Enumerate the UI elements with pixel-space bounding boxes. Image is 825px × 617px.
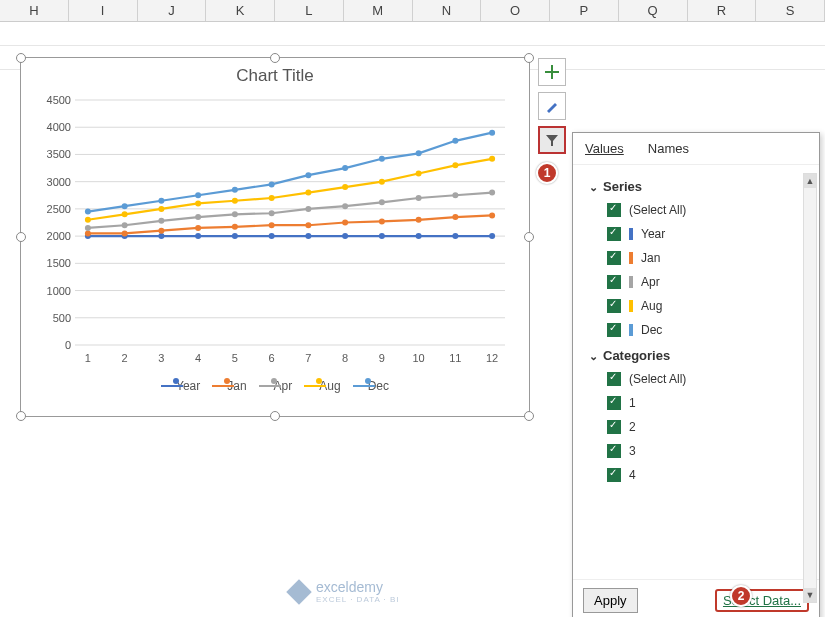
series-select-all[interactable]: (Select All) [589, 198, 809, 222]
chart-side-buttons [538, 58, 566, 154]
svg-point-89 [416, 150, 422, 156]
legend-item[interactable]: Jan [212, 379, 246, 393]
svg-point-55 [489, 212, 495, 218]
chart-filters-button[interactable] [538, 126, 566, 154]
resize-handle[interactable] [524, 232, 534, 242]
column-header[interactable]: J [138, 0, 207, 21]
svg-point-35 [195, 233, 201, 239]
chart-elements-button[interactable] [538, 58, 566, 86]
chart-plot-area[interactable]: 0500100015002000250030003500400045001234… [35, 90, 515, 370]
series-group-header[interactable]: ⌄Series [589, 173, 809, 198]
watermark: exceldemy EXCEL · DATA · BI [290, 579, 400, 604]
svg-point-90 [452, 138, 458, 144]
series-item[interactable]: Year [589, 222, 809, 246]
svg-point-41 [416, 233, 422, 239]
column-header[interactable]: M [344, 0, 413, 21]
resize-handle[interactable] [524, 53, 534, 63]
svg-point-59 [195, 214, 201, 220]
category-item[interactable]: 1 [589, 391, 809, 415]
svg-text:500: 500 [53, 312, 71, 324]
svg-point-68 [85, 217, 91, 223]
legend-item[interactable]: Dec [353, 379, 389, 393]
column-header[interactable]: N [413, 0, 482, 21]
column-header[interactable]: H [0, 0, 69, 21]
svg-text:11: 11 [449, 352, 461, 364]
svg-text:4500: 4500 [47, 94, 71, 106]
svg-point-64 [379, 199, 385, 205]
select-data-link[interactable]: Select Data... [715, 589, 809, 612]
scroll-down-icon[interactable]: ▼ [804, 588, 816, 602]
tab-values[interactable]: Values [585, 141, 624, 156]
svg-point-71 [195, 200, 201, 206]
categories-group-header[interactable]: ⌄Categories [589, 342, 809, 367]
column-header[interactable]: I [69, 0, 138, 21]
resize-handle[interactable] [270, 411, 280, 421]
column-header[interactable]: L [275, 0, 344, 21]
resize-handle[interactable] [270, 53, 280, 63]
column-header[interactable]: Q [619, 0, 688, 21]
category-item[interactable]: 3 [589, 439, 809, 463]
svg-point-39 [342, 233, 348, 239]
svg-point-73 [269, 195, 275, 201]
checkbox-icon [607, 299, 621, 313]
column-header[interactable]: O [481, 0, 550, 21]
checkbox-icon [607, 420, 621, 434]
chart-object[interactable]: Chart Title 0500100015002000250030003500… [20, 57, 530, 417]
column-header[interactable]: S [756, 0, 825, 21]
svg-point-91 [489, 130, 495, 136]
svg-point-49 [269, 222, 275, 228]
series-item[interactable]: Dec [589, 318, 809, 342]
callout-1: 1 [536, 162, 558, 184]
chart-legend[interactable]: YearJanAprAugDec [21, 370, 529, 399]
column-header[interactable]: K [206, 0, 275, 21]
svg-point-76 [379, 179, 385, 185]
column-header[interactable]: R [688, 0, 757, 21]
svg-point-57 [122, 222, 128, 228]
checkbox-icon [607, 323, 621, 337]
svg-text:2500: 2500 [47, 203, 71, 215]
color-swatch [629, 324, 633, 336]
svg-point-66 [452, 192, 458, 198]
column-header[interactable]: P [550, 0, 619, 21]
svg-text:12: 12 [486, 352, 498, 364]
svg-point-70 [158, 206, 164, 212]
svg-point-54 [452, 214, 458, 220]
svg-text:1500: 1500 [47, 257, 71, 269]
svg-text:1000: 1000 [47, 285, 71, 297]
svg-text:9: 9 [379, 352, 385, 364]
svg-point-87 [342, 165, 348, 171]
apply-button[interactable]: Apply [583, 588, 638, 613]
svg-point-36 [232, 233, 238, 239]
svg-point-45 [122, 230, 128, 236]
resize-handle[interactable] [16, 232, 26, 242]
svg-text:0: 0 [65, 339, 71, 351]
color-swatch [629, 252, 633, 264]
categories-select-all[interactable]: (Select All) [589, 367, 809, 391]
category-item[interactable]: 4 [589, 463, 809, 487]
svg-point-40 [379, 233, 385, 239]
chart-styles-button[interactable] [538, 92, 566, 120]
legend-item[interactable]: Year [161, 379, 200, 393]
legend-item[interactable]: Aug [304, 379, 340, 393]
series-item[interactable]: Aug [589, 294, 809, 318]
resize-handle[interactable] [16, 411, 26, 421]
brush-icon [545, 99, 559, 113]
svg-point-75 [342, 184, 348, 190]
callout-2: 2 [730, 585, 752, 607]
tab-names[interactable]: Names [648, 141, 689, 156]
svg-text:6: 6 [269, 352, 275, 364]
svg-text:3500: 3500 [47, 148, 71, 160]
svg-point-58 [158, 218, 164, 224]
checkbox-icon [607, 396, 621, 410]
svg-text:3000: 3000 [47, 176, 71, 188]
resize-handle[interactable] [16, 53, 26, 63]
svg-text:7: 7 [305, 352, 311, 364]
popup-tabs: Values Names [573, 133, 819, 165]
series-item[interactable]: Jan [589, 246, 809, 270]
checkbox-icon [607, 444, 621, 458]
legend-item[interactable]: Apr [259, 379, 293, 393]
series-item[interactable]: Apr [589, 270, 809, 294]
resize-handle[interactable] [524, 411, 534, 421]
checkbox-icon [607, 275, 621, 289]
category-item[interactable]: 2 [589, 415, 809, 439]
